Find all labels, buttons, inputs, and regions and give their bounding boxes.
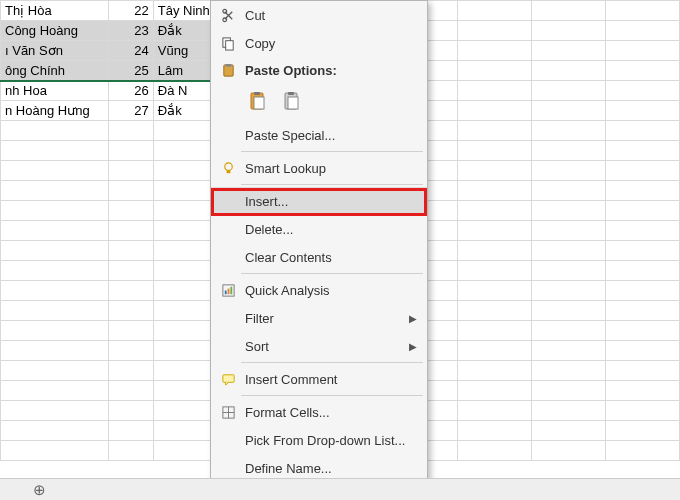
cell[interactable] [606,401,680,421]
cell[interactable] [532,401,606,421]
cell[interactable] [1,281,109,301]
cell[interactable] [458,161,532,181]
paste-default[interactable] [245,87,271,115]
cell[interactable]: 23 [108,21,153,41]
menu-format-cells[interactable]: Format Cells... [211,398,427,426]
cell[interactable] [532,241,606,261]
cell[interactable] [606,341,680,361]
cell[interactable] [606,41,680,61]
cell[interactable] [1,341,109,361]
menu-insert-comment[interactable]: Insert Comment [211,365,427,393]
menu-smart-lookup[interactable]: Smart Lookup [211,154,427,182]
cell[interactable]: ı Văn Sơn [1,41,109,61]
cell[interactable] [108,441,153,461]
cell[interactable] [1,221,109,241]
cell[interactable] [458,201,532,221]
cell[interactable] [532,181,606,201]
menu-sort[interactable]: Sort ▶ [211,332,427,360]
cell[interactable] [532,321,606,341]
cell[interactable] [532,441,606,461]
cell[interactable] [108,141,153,161]
cell[interactable] [108,421,153,441]
cell[interactable] [458,101,532,121]
cell[interactable] [458,321,532,341]
cell[interactable] [532,381,606,401]
cell[interactable] [532,121,606,141]
cell[interactable] [532,141,606,161]
cell[interactable] [532,61,606,81]
cell[interactable] [532,261,606,281]
cell[interactable] [458,1,532,21]
cell[interactable] [1,361,109,381]
cell[interactable] [532,21,606,41]
cell[interactable]: nh Hoa [1,81,109,101]
cell[interactable] [1,441,109,461]
cell[interactable] [532,161,606,181]
cell[interactable] [606,441,680,461]
cell[interactable] [606,361,680,381]
cell[interactable] [606,141,680,161]
cell[interactable] [1,301,109,321]
menu-insert[interactable]: Insert... [211,187,427,215]
cell[interactable] [606,261,680,281]
add-sheet-button[interactable]: ⊕ [30,481,48,499]
cell[interactable] [108,221,153,241]
cell[interactable] [532,101,606,121]
cell[interactable] [606,381,680,401]
cell[interactable] [108,361,153,381]
cell[interactable] [458,81,532,101]
cell[interactable]: 22 [108,1,153,21]
cell[interactable] [606,301,680,321]
cell[interactable] [458,301,532,321]
cell[interactable]: 26 [108,81,153,101]
cell[interactable] [458,141,532,161]
cell[interactable] [108,161,153,181]
cell[interactable] [458,61,532,81]
cell[interactable] [108,321,153,341]
cell[interactable] [606,1,680,21]
cell[interactable] [108,121,153,141]
cell[interactable] [532,421,606,441]
cell[interactable]: 25 [108,61,153,81]
menu-delete[interactable]: Delete... [211,215,427,243]
cell[interactable] [606,421,680,441]
cell[interactable] [1,401,109,421]
cell[interactable] [1,421,109,441]
cell[interactable] [606,21,680,41]
menu-clear-contents[interactable]: Clear Contents [211,243,427,271]
cell[interactable] [108,241,153,261]
menu-copy[interactable]: Copy [211,29,427,57]
cell[interactable] [108,261,153,281]
cell[interactable] [1,321,109,341]
paste-values[interactable] [279,87,305,115]
cell[interactable] [532,1,606,21]
cell[interactable] [606,281,680,301]
menu-paste-special[interactable]: Paste Special... [211,121,427,149]
cell[interactable] [532,301,606,321]
cell[interactable] [458,401,532,421]
cell[interactable] [1,161,109,181]
cell[interactable] [108,401,153,421]
menu-quick-analysis[interactable]: Quick Analysis [211,276,427,304]
cell[interactable] [532,41,606,61]
cell[interactable]: 27 [108,101,153,121]
cell[interactable] [108,181,153,201]
cell[interactable] [1,241,109,261]
cell[interactable] [458,41,532,61]
cell[interactable] [458,221,532,241]
cell[interactable] [108,301,153,321]
cell[interactable] [108,281,153,301]
cell[interactable] [606,121,680,141]
cell[interactable]: Công Hoàng [1,21,109,41]
cell[interactable] [1,121,109,141]
cell[interactable]: ông Chính [1,61,109,81]
cell[interactable] [606,101,680,121]
cell[interactable] [1,201,109,221]
cell[interactable] [458,281,532,301]
cell[interactable] [532,361,606,381]
cell[interactable] [108,381,153,401]
cell[interactable] [606,61,680,81]
cell[interactable] [458,381,532,401]
cell[interactable] [108,201,153,221]
cell[interactable]: n Hoàng Hưng [1,101,109,121]
